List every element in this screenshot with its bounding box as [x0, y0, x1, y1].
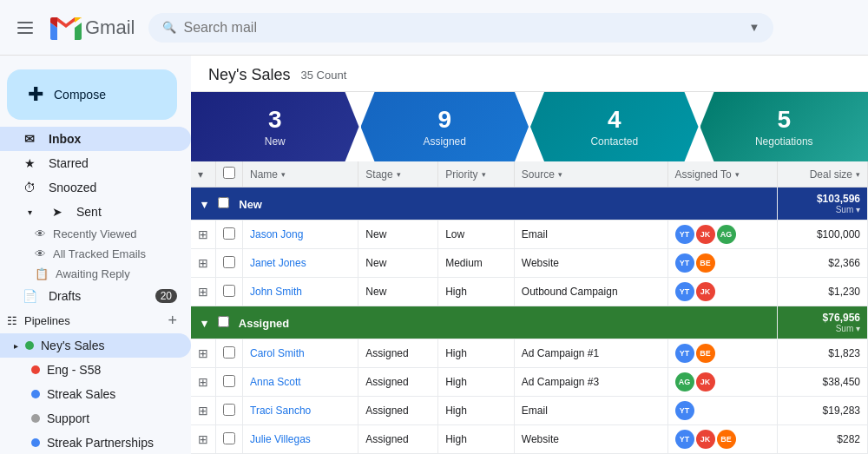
stage-assigned[interactable]: 9 Assigned	[361, 92, 529, 161]
row-priority: Low	[438, 220, 515, 249]
compose-button[interactable]: ✚ Compose	[7, 69, 177, 120]
th-priority[interactable]: Priority ▾	[438, 161, 515, 188]
table-row[interactable]: ⊞ Janet Jones New Medium Website YTBE $2…	[191, 249, 868, 278]
assigned-filter-icon[interactable]: ▾	[735, 170, 740, 179]
row-expand[interactable]: ⊞	[191, 278, 216, 306]
th-source[interactable]: Source ▾	[514, 161, 667, 188]
search-bar[interactable]: 🔍 ▼	[148, 13, 773, 43]
row-name[interactable]: Anna Scott	[243, 368, 358, 397]
group-collapse-icon[interactable]: ▾	[201, 198, 207, 211]
row-name[interactable]: Jason Jong	[243, 220, 358, 249]
row-expand-icon[interactable]: ⊞	[198, 256, 208, 270]
stage-contacted[interactable]: 4 Contacted	[530, 92, 699, 161]
th-name[interactable]: Name ▾	[243, 161, 358, 188]
select-all-checkbox[interactable]	[223, 167, 235, 179]
source-filter-icon[interactable]: ▾	[558, 170, 562, 179]
pipelines-section[interactable]: ☷ Pipelines +	[0, 308, 191, 333]
stage-new[interactable]: 3 New	[191, 92, 359, 161]
avatar: JK	[696, 430, 715, 449]
stage-col-label: Stage	[365, 168, 392, 181]
avatar: BE	[717, 430, 736, 449]
all-tracked-item[interactable]: 👁 All Tracked Emails	[28, 244, 191, 264]
row-checkbox[interactable]	[223, 227, 235, 240]
row-source: Outbound Campaign	[514, 278, 667, 306]
row-name[interactable]: John Smith	[243, 278, 358, 306]
star-icon: ★	[21, 156, 38, 170]
row-source: Website	[514, 249, 667, 278]
stage-new-label: New	[265, 135, 286, 148]
pipeline-neys-sales[interactable]: ▸ Ney's Sales	[0, 333, 191, 358]
table-row[interactable]: ⊞ Anna Scott Assigned High Ad Campaign #…	[191, 368, 868, 397]
sidebar-item-inbox[interactable]: ✉ Inbox	[0, 127, 191, 151]
th-assigned[interactable]: Assigned To ▾	[667, 161, 777, 188]
stage-assigned-label: Assigned	[424, 135, 466, 148]
avatar: YT	[675, 282, 694, 301]
row-expand[interactable]: ⊞	[191, 397, 216, 425]
row-checkbox[interactable]	[223, 346, 235, 359]
group-header-assigned[interactable]: ▾ Assigned $76,956 Sum ▾	[191, 306, 868, 339]
deal-filter-icon[interactable]: ▾	[856, 170, 860, 179]
sidebar-item-drafts[interactable]: 📄 Drafts 20	[0, 284, 191, 308]
row-checkbox[interactable]	[223, 404, 235, 416]
row-expand[interactable]: ⊞	[191, 368, 216, 397]
row-expand-icon[interactable]: ⊞	[198, 285, 208, 299]
table-row[interactable]: ⊞ John Smith New High Outbound Campaign …	[191, 278, 868, 306]
row-checkbox[interactable]	[223, 432, 235, 444]
search-dropdown-icon[interactable]: ▼	[749, 21, 760, 34]
row-name[interactable]: Janet Jones	[243, 249, 358, 278]
priority-filter-icon[interactable]: ▾	[482, 170, 486, 179]
pipeline-support[interactable]: Support	[0, 406, 191, 431]
row-expand[interactable]: ⊞	[191, 425, 216, 454]
add-pipeline-icon[interactable]: +	[168, 312, 177, 330]
group-collapse-icon[interactable]: ▾	[201, 317, 207, 330]
th-stage[interactable]: Stage ▾	[358, 161, 438, 188]
group-header-new[interactable]: ▾ New $103,596 Sum ▾	[191, 188, 868, 220]
row-expand[interactable]: ⊞	[191, 220, 216, 249]
awaiting-reply-item[interactable]: 📋 Awaiting Reply	[28, 264, 191, 284]
row-expand-icon[interactable]: ⊞	[198, 432, 208, 446]
table-header-row: ▾ Name ▾ Stage ▾ Priority ▾ Source ▾ Ass…	[191, 161, 868, 188]
table-row[interactable]: ⊞ Traci Sancho Assigned High Email YT $1…	[191, 397, 868, 425]
row-name[interactable]: Carol Smith	[243, 339, 358, 368]
pipeline-streak-sales[interactable]: Streak Sales	[0, 382, 191, 406]
th-deal[interactable]: Deal size ▾	[777, 161, 867, 188]
sidebar-item-snoozed[interactable]: ⏱ Snoozed	[0, 175, 191, 200]
row-assigned: YTBE	[667, 339, 777, 368]
stage-filter-icon[interactable]: ▾	[397, 170, 401, 179]
stage-negotiations[interactable]: 5 Negotiations	[700, 92, 869, 161]
search-input[interactable]	[183, 20, 741, 36]
row-expand[interactable]: ⊞	[191, 249, 216, 278]
menu-button[interactable]	[14, 18, 36, 37]
row-expand-icon[interactable]: ⊞	[198, 227, 208, 241]
row-checkbox[interactable]	[223, 256, 235, 268]
row-checkbox[interactable]	[223, 375, 235, 387]
topbar-left: Gmail	[14, 16, 135, 40]
name-filter-icon[interactable]: ▾	[281, 170, 286, 179]
sent-label: Sent	[76, 205, 177, 219]
table-row[interactable]: ⊞ Julie Villegas Assigned High Website Y…	[191, 425, 868, 454]
row-checkbox-cell	[216, 278, 243, 306]
row-name[interactable]: Traci Sancho	[243, 397, 358, 425]
row-expand[interactable]: ⊞	[191, 339, 216, 368]
priority-col-label: Priority	[445, 168, 477, 181]
pipeline-eng-s58[interactable]: Eng - S58	[0, 358, 191, 382]
row-expand-icon[interactable]: ⊞	[198, 404, 208, 418]
expand-header-icon: ▾	[198, 168, 203, 181]
row-expand-icon[interactable]: ⊞	[198, 375, 208, 389]
group-checkbox[interactable]	[218, 197, 229, 208]
row-checkbox[interactable]	[223, 285, 235, 297]
group-checkbox[interactable]	[218, 316, 229, 327]
recently-viewed-item[interactable]: 👁 Recently Viewed	[28, 224, 191, 244]
row-expand-icon[interactable]: ⊞	[198, 346, 208, 360]
table-row[interactable]: ⊞ Carol Smith Assigned High Ad Campaign …	[191, 339, 868, 368]
count-badge[interactable]: 35 Count	[300, 69, 346, 82]
gmail-logo-icon	[50, 16, 82, 40]
sidebar-item-starred[interactable]: ★ Starred	[0, 151, 191, 175]
table-row[interactable]: ⊞ Jason Jong New Low Email YTJKAG $100,0…	[191, 220, 868, 249]
pipeline-streak-partnerships[interactable]: Streak Partnerships	[0, 431, 191, 454]
row-name[interactable]: Julie Villegas	[243, 425, 358, 454]
sidebar-item-sent[interactable]: ▾ ➤ Sent	[0, 200, 191, 224]
drafts-icon: 📄	[21, 289, 38, 303]
row-deal: $100,000	[777, 220, 867, 249]
group-sum-label: Sum ▾	[785, 324, 860, 333]
